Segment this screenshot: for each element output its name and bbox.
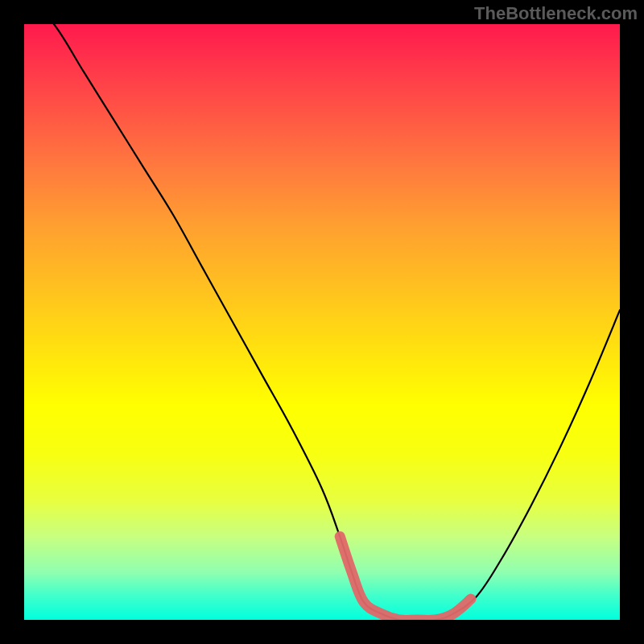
plot-area (24, 24, 620, 620)
bottleneck-curve (24, 24, 620, 620)
chart-container: TheBottleneck.com (0, 0, 644, 644)
curve-svg (24, 24, 620, 620)
highlight-segment (340, 536, 471, 620)
attribution-text: TheBottleneck.com (474, 3, 638, 24)
